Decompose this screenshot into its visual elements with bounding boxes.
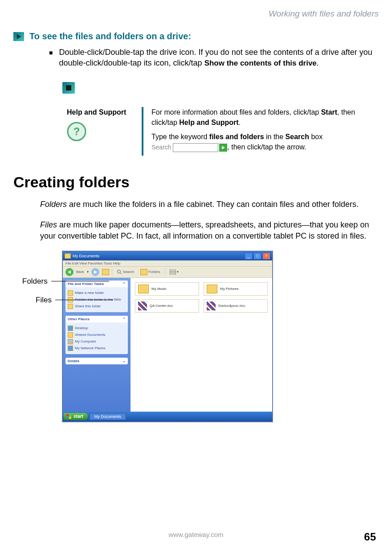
para-folders: Folders are much like the folders in a f… [40,199,379,210]
panel2-title: Other Places [68,317,90,321]
svg-rect-13 [66,417,69,419]
svg-rect-11 [66,414,69,416]
svg-point-6 [117,270,120,273]
folder-item[interactable]: My Music [135,282,199,296]
window-toolbar: Back ▾ Search Folders ▾ [63,267,272,278]
window-icon [65,253,71,259]
file-item[interactable]: Dwdoc&proc.doc [204,299,268,313]
instruction-text: Double-click/Double-tap the drive icon. … [59,47,379,69]
folders-button[interactable]: Folders [139,268,162,276]
svg-text:?: ? [74,125,80,137]
svg-line-7 [120,273,122,274]
back-button[interactable] [65,268,74,276]
window-menu[interactable]: File Edit View Favorites Tools Help [63,260,272,267]
term-folders: Folders [40,200,67,209]
svg-rect-12 [69,414,71,416]
sidebar-link[interactable]: Desktop [68,326,126,331]
folder-icon [207,285,217,293]
search-box-graphic: Search [151,143,227,152]
svg-rect-8 [170,269,176,275]
help-support-block: Help and Support ? For more information … [67,107,379,156]
folder-item[interactable]: My Pictures [204,282,268,296]
callout-folders: Folders [22,277,109,286]
collapse-icon[interactable]: ⌃ [122,317,126,321]
panel3-title: Details [68,359,79,363]
panel-details: Details ⌄ [65,358,128,364]
panel-other-places: Other Places ⌃ Desktop Shared Documents … [65,316,128,354]
section-arrow-icon [13,32,24,41]
svg-rect-14 [69,417,71,419]
search-go-arrow-icon [219,144,227,152]
expand-icon[interactable]: ⌄ [122,359,126,363]
forward-button[interactable] [91,268,99,276]
section-title: To see the files and folders on a drive: [29,31,191,41]
close-button[interactable]: × [262,252,270,260]
square-bullet-icon: ■ [49,49,53,69]
svg-marker-5 [94,270,97,274]
instruction-bold: Show the contents of this drive [204,59,317,67]
search-button[interactable]: Search [115,269,136,275]
minimize-button[interactable]: _ [245,252,253,260]
back-label: Back [76,270,84,274]
end-section-icon [62,82,75,94]
footer-url: www.gateway.com [168,531,223,538]
search-input-graphic [173,143,218,152]
callout-files: Files [36,296,113,305]
views-button[interactable]: ▾ [168,269,180,275]
help-label: Help and Support [67,107,134,117]
file-icon [207,301,216,310]
svg-marker-3 [222,146,225,149]
taskbar-button[interactable]: My Documents [90,413,126,420]
folder-icon [138,285,149,293]
file-item[interactable]: QA Center.doc [135,299,199,313]
sidebar-link[interactable]: My Computer [68,339,126,344]
help-divider [142,107,143,156]
term-files: Files [40,220,57,229]
instruction-text-part2: . [317,58,319,67]
help-para-1: For more information about files and fol… [151,107,361,128]
instruction-bullet: ■ Double-click/Double-tap the drive icon… [49,47,379,69]
file-area[interactable]: My Music My Pictures QA Center.doc Dwdoc… [131,278,272,412]
heading-creating-folders: Creating folders [13,173,379,191]
file-icon [138,301,147,310]
sidebar-link[interactable]: Make a new folder [68,290,126,296]
window-titlebar: My Documents _ □ × [63,252,272,260]
start-button[interactable]: start [64,413,88,420]
svg-marker-0 [17,34,21,39]
taskbar: start My Documents [63,412,272,421]
breadcrumb: Working with files and folders [13,9,379,19]
sidebar-link[interactable]: Shared Documents [68,332,126,338]
help-question-icon: ? [67,122,86,141]
maximize-button[interactable]: □ [253,252,261,260]
window-title: My Documents [73,254,99,258]
para-files-body: are much like paper documents—letters, s… [40,220,369,240]
para-files: Files are much like paper documents—lett… [40,219,379,241]
svg-marker-4 [68,270,71,274]
sidebar-link[interactable]: My Network Places [68,346,126,351]
page-number: 65 [364,531,376,543]
search-label: Search [151,143,171,152]
up-button[interactable] [102,269,109,275]
collapse-icon[interactable]: ⌃ [122,282,126,286]
para-folders-body: are much like the folders in a file cabi… [67,200,359,209]
help-para-2: Type the keyword files and folders in th… [151,132,361,152]
